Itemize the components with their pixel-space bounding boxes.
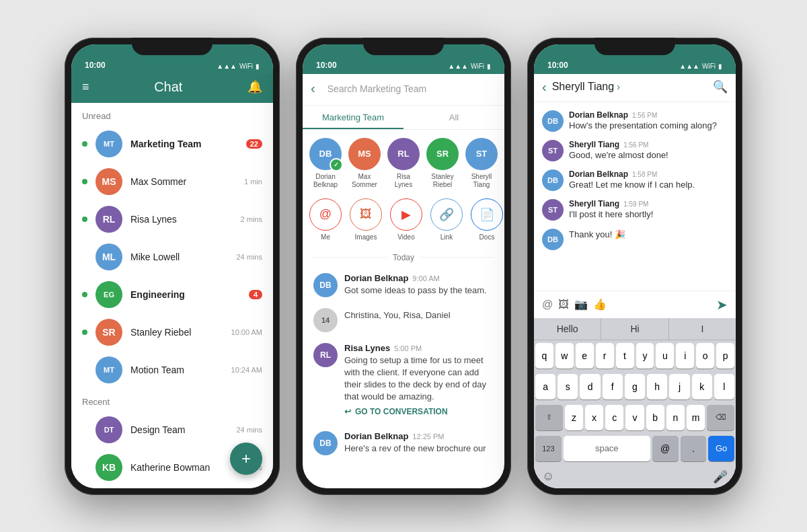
- chat-msg-row: ST Sheryll Tiang 1:59 PM I'll post it he…: [542, 199, 728, 221]
- filter-chip-images[interactable]: 🖼 Images: [348, 198, 383, 241]
- message-list: Today DB Dorian Belknap 9:00 AM Got some…: [303, 248, 504, 488]
- mention-icon[interactable]: @: [542, 299, 553, 311]
- avatar: MS: [95, 168, 122, 195]
- chat-name: Engineering: [130, 289, 185, 300]
- list-item[interactable]: SF SF Office 12:30 PM: [71, 486, 273, 488]
- msg-time: 5:00 PM: [394, 344, 422, 352]
- status-icons-2: ▲▲▲ WiFi ▮: [448, 63, 491, 70]
- signal-icon-1: ▲▲▲: [217, 63, 237, 70]
- avatar-item[interactable]: MS MaxSommer: [347, 138, 382, 189]
- back-button-3[interactable]: ‹: [542, 79, 547, 95]
- filter-icon-video: ▶: [390, 198, 422, 231]
- key-j[interactable]: j: [669, 374, 689, 400]
- bell-icon[interactable]: 🔔: [247, 79, 262, 94]
- msg-text: Here's a rev of the new brochure our: [344, 443, 494, 455]
- list-item[interactable]: MT Marketing Team 22: [71, 125, 273, 163]
- filter-label: Docs: [479, 233, 495, 241]
- key-k[interactable]: k: [692, 374, 712, 400]
- key-o[interactable]: o: [696, 343, 714, 369]
- key-b[interactable]: b: [646, 405, 664, 430]
- fab-button[interactable]: +: [230, 443, 262, 475]
- suggestion-i[interactable]: I: [669, 318, 736, 340]
- key-space[interactable]: space: [564, 436, 650, 461]
- menu-icon[interactable]: ≡: [82, 80, 89, 94]
- filter-icon-docs: 📄: [471, 198, 503, 231]
- go-to-conversation-link[interactable]: ↩ GO TO CONVERSATION: [344, 403, 494, 420]
- avatar-item[interactable]: ML MikeLowell: [503, 138, 504, 189]
- notch-2: [363, 38, 444, 55]
- key-a[interactable]: a: [535, 374, 555, 400]
- chat-time: 24 mins: [236, 426, 262, 434]
- key-y[interactable]: y: [636, 343, 654, 369]
- msg-text: Going to setup a time for us to meet wit…: [344, 354, 494, 404]
- key-at[interactable]: @: [652, 436, 679, 461]
- back-button-2[interactable]: ‹: [311, 81, 315, 96]
- filter-chip-me[interactable]: @ Me: [308, 198, 343, 241]
- suggestion-hello[interactable]: Hello: [534, 318, 601, 340]
- image-icon[interactable]: 🖼: [558, 299, 569, 311]
- emoji-icon[interactable]: 👍: [593, 298, 607, 311]
- search-input-mock[interactable]: Search Marketing Team: [321, 79, 496, 98]
- avatar: SR: [95, 319, 122, 346]
- key-h[interactable]: h: [647, 374, 667, 400]
- list-item[interactable]: MS Max Sommer 1 min: [71, 163, 273, 200]
- key-u[interactable]: u: [656, 343, 674, 369]
- search-button[interactable]: 🔍: [713, 79, 728, 94]
- key-t[interactable]: t: [616, 343, 634, 369]
- key-c[interactable]: c: [605, 405, 623, 430]
- key-r[interactable]: r: [596, 343, 614, 369]
- key-z[interactable]: z: [565, 405, 583, 430]
- key-i[interactable]: i: [676, 343, 694, 369]
- wifi-icon-1: WiFi: [239, 63, 253, 70]
- chat-name: Mike Lowell: [130, 252, 180, 262]
- key-n[interactable]: n: [666, 405, 685, 430]
- msg-row: 14 Christina, You, Risa, Daniel: [303, 303, 504, 338]
- chat-name: Motion Team: [130, 365, 184, 375]
- list-item[interactable]: EG Engineering 4: [71, 276, 273, 313]
- send-button[interactable]: ➤: [716, 297, 728, 313]
- chat-msg-avatar: DB: [542, 169, 564, 191]
- key-p[interactable]: p: [716, 343, 734, 369]
- list-item[interactable]: MT Motion Team 10:24 AM: [71, 351, 273, 389]
- unread-badge: 22: [246, 139, 262, 149]
- avatar-item[interactable]: ST SheryllTiang: [464, 138, 499, 189]
- avatar-item[interactable]: DB DorianBelknap: [308, 138, 343, 189]
- emoji-keyboard-icon[interactable]: ☺: [542, 469, 554, 484]
- key-period[interactable]: .: [681, 436, 707, 461]
- list-item[interactable]: RL Risa Lynes 2 mins: [71, 200, 273, 238]
- phone-2: 10:00 ▲▲▲ WiFi ▮ ‹ Search Marketing Team…: [296, 38, 511, 495]
- avatar-item[interactable]: SR StanleyRiebel: [425, 138, 460, 189]
- p3-header: ‹ Sheryll Tiang › 🔍: [534, 74, 736, 102]
- suggestion-hi[interactable]: Hi: [601, 318, 668, 340]
- key-shift[interactable]: ⇧: [535, 405, 563, 430]
- key-x[interactable]: x: [585, 405, 603, 430]
- filter-chip-link[interactable]: 🔗 Link: [429, 198, 464, 241]
- mic-icon[interactable]: 🎤: [713, 469, 728, 484]
- key-s[interactable]: s: [558, 374, 578, 400]
- key-f[interactable]: f: [603, 374, 623, 400]
- key-123[interactable]: 123: [535, 436, 562, 461]
- chat-msg-avatar: ST: [542, 140, 564, 161]
- list-item[interactable]: ML Mike Lowell 24 mins: [71, 238, 273, 276]
- key-e[interactable]: e: [576, 343, 594, 369]
- tab-marketing-team[interactable]: Marketing Team: [303, 106, 404, 129]
- key-go[interactable]: Go: [708, 436, 734, 461]
- key-l[interactable]: l: [714, 374, 734, 400]
- chat-msg-content: Sheryll Tiang 1:56 PM Good, we're almost…: [569, 140, 728, 161]
- app-title: Chat: [154, 79, 182, 95]
- key-d[interactable]: d: [580, 374, 600, 400]
- key-backspace[interactable]: ⌫: [707, 405, 734, 430]
- camera-icon[interactable]: 📷: [574, 298, 588, 311]
- chat-msg-row: DB Dorian Belknap 1:56 PM How's the pres…: [542, 110, 728, 132]
- filter-chip-video[interactable]: ▶ Video: [389, 198, 424, 241]
- key-q[interactable]: q: [535, 343, 553, 369]
- list-item[interactable]: SR Stanley Riebel 10:00 AM: [71, 313, 273, 351]
- key-w[interactable]: w: [555, 343, 574, 369]
- key-v[interactable]: v: [625, 405, 644, 430]
- avatar-item[interactable]: RL RisaLynes: [386, 138, 421, 189]
- tab-all[interactable]: All: [404, 106, 504, 129]
- key-g[interactable]: g: [625, 374, 645, 400]
- key-m[interactable]: m: [687, 405, 705, 430]
- filter-chip-docs[interactable]: 📄 Docs: [469, 198, 504, 241]
- screen-1: 10:00 ▲▲▲ WiFi ▮ ≡ Chat 🔔 Unread: [71, 44, 273, 488]
